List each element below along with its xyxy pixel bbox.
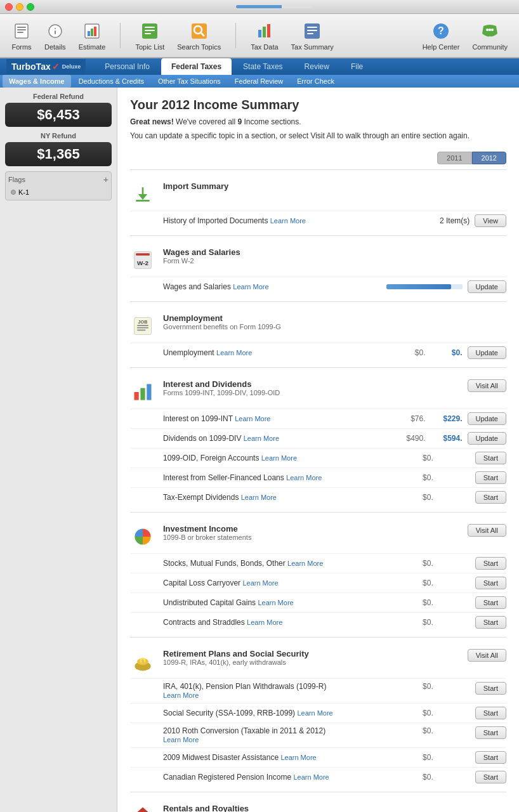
tab-review[interactable]: Review xyxy=(294,58,339,75)
help-center-button[interactable]: ? Help Center xyxy=(417,18,465,53)
retirement-visit-all-button[interactable]: Visit All xyxy=(468,649,506,662)
ira-start-button[interactable]: Start xyxy=(475,682,506,695)
sub-tab-deductions-credits[interactable]: Deductions & Credits xyxy=(72,75,150,88)
search-topics-button[interactable]: Search Topics xyxy=(172,18,226,53)
undistributed-start-button[interactable]: Start xyxy=(475,596,506,609)
details-button[interactable]: Details xyxy=(39,18,71,53)
canadian-label: Canadian Registered Pension Income Learn… xyxy=(163,773,397,782)
contracts-start-button[interactable]: Start xyxy=(475,616,506,629)
stocks-start-button[interactable]: Start xyxy=(475,557,506,570)
window-controls[interactable] xyxy=(5,3,34,11)
estimate-button[interactable]: Estimate xyxy=(74,18,111,53)
tax-data-icon xyxy=(254,21,275,41)
roth-start-button[interactable]: Start xyxy=(475,726,506,739)
tax-exempt-start-button[interactable]: Start xyxy=(475,491,506,504)
midwest-row: 2009 Midwest Disaster Assistance Learn M… xyxy=(130,747,506,767)
year-toggle: 2011 2012 xyxy=(130,152,506,164)
topic-list-button[interactable]: Topic List xyxy=(130,18,169,53)
undistributed-learn-more[interactable]: Learn More xyxy=(258,599,293,606)
tax-data-label: Tax Data xyxy=(251,43,278,51)
midwest-learn-more[interactable]: Learn More xyxy=(280,754,316,761)
import-summary-header: Import Summary xyxy=(130,175,506,211)
tax-exempt-learn-more[interactable]: Learn More xyxy=(241,494,277,501)
tab-personal-info[interactable]: Personal Info xyxy=(95,58,160,75)
svg-point-28 xyxy=(489,29,491,31)
wages-update-button[interactable]: Update xyxy=(468,280,506,293)
investment-visit-all-button[interactable]: Visit All xyxy=(468,524,506,537)
interest-1099int-update-button[interactable]: Update xyxy=(468,412,506,425)
svg-point-29 xyxy=(491,29,494,31)
tax-exempt-val-2011: $0. xyxy=(402,493,433,502)
minimize-button[interactable] xyxy=(16,3,23,11)
flags-section: Flags + K-1 xyxy=(5,171,112,200)
wages-header: W-2 Wages and Salaries Form W-2 xyxy=(130,241,506,277)
window-title xyxy=(34,5,514,8)
dividends-1099div-row: Dividends on 1099-DIV Learn More $490. $… xyxy=(130,428,506,448)
sub-tab-error-check[interactable]: Error Check xyxy=(291,75,341,88)
tax-summary-button[interactable]: Tax Summary xyxy=(286,18,339,53)
oid-start-button[interactable]: Start xyxy=(475,452,506,464)
forms-icon xyxy=(11,21,32,41)
maximize-button[interactable] xyxy=(27,3,34,11)
retirement-header: $ Retirement Plans and Social Security 1… xyxy=(130,643,506,678)
contracts-learn-more[interactable]: Learn More xyxy=(247,619,282,626)
roth-learn-more[interactable]: Learn More xyxy=(163,736,199,743)
stocks-learn-more[interactable]: Learn More xyxy=(287,560,323,567)
undistributed-val-2011: $0. xyxy=(402,598,433,607)
import-summary-icon xyxy=(130,181,155,207)
unemployment-val-2011: $0. xyxy=(394,348,426,357)
tab-federal-taxes[interactable]: Federal Taxes xyxy=(161,58,232,75)
summary-note: You can update a specific topic in a sec… xyxy=(130,130,506,141)
community-button[interactable]: Community xyxy=(467,18,513,53)
capital-loss-start-button[interactable]: Start xyxy=(475,577,506,589)
tab-file[interactable]: File xyxy=(341,58,373,75)
sub-tab-other-tax[interactable]: Other Tax Situations xyxy=(152,75,227,88)
investment-icon xyxy=(130,524,155,549)
canadian-start-button[interactable]: Start xyxy=(475,771,506,783)
close-button[interactable] xyxy=(5,3,13,11)
year-2011-button[interactable]: 2011 xyxy=(437,152,471,164)
wages-bar xyxy=(386,284,463,289)
import-history-val-2012: 2 Item(s) xyxy=(438,216,470,225)
unemployment-update-button[interactable]: Update xyxy=(468,346,506,359)
tax-data-button[interactable]: Tax Data xyxy=(246,18,283,53)
interest-visit-all-button[interactable]: Visit All xyxy=(468,379,506,392)
capital-loss-learn-more[interactable]: Learn More xyxy=(242,579,278,587)
import-learn-more[interactable]: Learn More xyxy=(270,217,306,225)
page-title: Your 2012 Income Summary xyxy=(130,98,506,112)
dividends-learn-more[interactable]: Learn More xyxy=(244,435,279,442)
midwest-start-button[interactable]: Start xyxy=(475,751,506,764)
svg-text:?: ? xyxy=(438,25,444,36)
wages-learn-more[interactable]: Learn More xyxy=(233,283,268,291)
toolbar-help-group: ? Help Center Community xyxy=(417,18,513,53)
dividends-val-2012: $594. xyxy=(431,434,463,443)
social-security-learn-more[interactable]: Learn More xyxy=(297,709,332,717)
wages-subtitle: Form W-2 xyxy=(163,257,506,265)
contracts-row: Contracts and Straddles Learn More $0. S… xyxy=(130,612,506,632)
canadian-learn-more[interactable]: Learn More xyxy=(293,773,329,781)
social-security-start-button[interactable]: Start xyxy=(475,707,506,719)
sub-tab-federal-review[interactable]: Federal Review xyxy=(228,75,289,88)
stocks-row: Stocks, Mutual Funds, Bonds, Other Learn… xyxy=(130,553,506,573)
unemployment-learn-more[interactable]: Learn More xyxy=(216,349,252,357)
seller-loans-learn-more[interactable]: Learn More xyxy=(286,474,322,481)
import-view-button[interactable]: View xyxy=(475,214,506,227)
ira-learn-more[interactable]: Learn More xyxy=(163,691,199,699)
flags-add-button[interactable]: + xyxy=(103,174,108,185)
sub-tab-wages-income[interactable]: Wages & Income xyxy=(3,75,71,88)
oid-learn-more[interactable]: Learn More xyxy=(261,454,297,462)
interest-1099int-learn-more[interactable]: Learn More xyxy=(235,415,270,422)
tab-state-taxes[interactable]: State Taxes xyxy=(233,58,292,75)
toolbar-nav-group: Topic List Search Topics xyxy=(130,18,226,53)
svg-rect-5 xyxy=(55,28,56,29)
dividends-update-button[interactable]: Update xyxy=(468,432,506,445)
canadian-val-2011: $0. xyxy=(402,773,433,782)
import-summary-info: Import Summary xyxy=(163,181,506,191)
seller-loans-start-button[interactable]: Start xyxy=(475,471,506,484)
forms-button[interactable]: Forms xyxy=(6,18,37,53)
svg-rect-32 xyxy=(136,200,150,202)
interest-1099int-label: Interest on 1099-INT Learn More xyxy=(163,414,389,423)
wages-salaries-row: Wages and Salaries Learn More Update xyxy=(130,277,506,296)
retirement-subtitle: 1099-R, IRAs, 401(k), early withdrawals xyxy=(163,658,460,666)
year-2012-button[interactable]: 2012 xyxy=(472,152,506,164)
